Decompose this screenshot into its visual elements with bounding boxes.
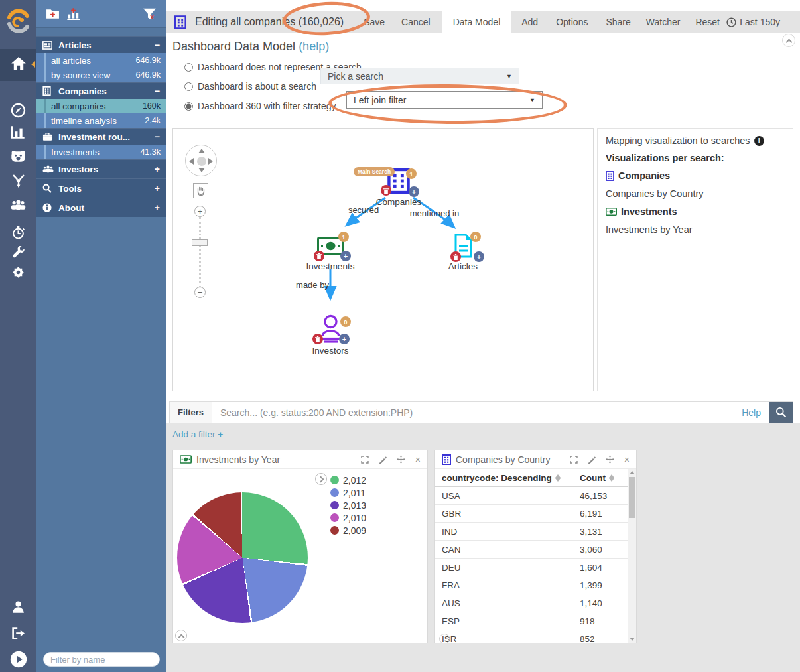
nav-section-tools[interactable]: Tools + (36, 178, 166, 198)
radio-about-search[interactable] (184, 82, 193, 91)
remove-node-button[interactable] (314, 251, 324, 261)
zoom-slider-handle[interactable] (192, 239, 208, 246)
remove-node-button[interactable] (450, 251, 461, 262)
filters-label[interactable]: Filters (170, 402, 212, 423)
table-row[interactable]: AUS1,140 (435, 594, 628, 612)
new-dashboard-icon[interactable] (66, 8, 81, 23)
management-gear-icon[interactable] (0, 265, 36, 279)
query-search-input[interactable] (212, 402, 742, 423)
table-row[interactable]: ISR852 (435, 630, 628, 643)
sentinl-bear-icon[interactable] (0, 150, 36, 163)
legend-item[interactable]: 2,009 (330, 524, 366, 537)
watcher-button[interactable]: Watcher (646, 17, 681, 27)
info-icon[interactable]: i (754, 136, 764, 146)
pan-right-icon[interactable] (208, 158, 213, 165)
add-a-filter-link[interactable]: Add a filter + (172, 429, 223, 439)
new-dashboard-group-icon[interactable] (46, 8, 60, 22)
section-toggle[interactable]: + (155, 202, 160, 213)
add-relation-button[interactable]: + (340, 251, 351, 261)
collapse-sidebar-arrow[interactable] (31, 61, 35, 68)
pick-a-search-select[interactable]: Pick a search ▼ (320, 68, 519, 84)
section-toggle[interactable]: − (155, 131, 160, 142)
nav-section-articles[interactable]: Articles − (36, 36, 166, 53)
add-relation-button[interactable]: + (409, 186, 419, 197)
search-submit-button[interactable] (769, 402, 793, 423)
scheduler-timer-icon[interactable] (0, 226, 36, 239)
share-button[interactable]: Share (606, 17, 630, 27)
zoom-slider-track[interactable] (199, 217, 201, 288)
nav-item-all-companies[interactable]: all companies 160k (36, 99, 166, 113)
column-header-count[interactable]: Count (580, 473, 614, 483)
pan-down-icon[interactable] (198, 168, 205, 172)
legend-expand-button[interactable] (315, 473, 327, 485)
fullscreen-icon[interactable] (361, 456, 369, 464)
section-toggle[interactable]: − (155, 86, 160, 96)
add-button[interactable]: Add (521, 17, 538, 27)
user-profile-icon[interactable] (0, 600, 36, 613)
pan-left-icon[interactable] (189, 158, 194, 165)
remove-all-filters-icon[interactable]: x (143, 8, 157, 23)
fullscreen-icon[interactable] (570, 456, 578, 464)
legend-item[interactable]: 2,011 (330, 486, 366, 499)
column-header-countrycode[interactable]: countrycode: Descending (442, 473, 552, 483)
legend-item[interactable]: 2,012 (330, 474, 366, 486)
nav-section-investment-rounds[interactable]: Investment rou... − (36, 128, 166, 145)
nav-section-investors[interactable]: Investors + (36, 159, 166, 178)
table-row[interactable]: GBR6,191 (435, 505, 628, 523)
table-row[interactable]: ESP918 (435, 612, 628, 630)
reset-button[interactable]: Reset (695, 17, 720, 27)
drag-mode-hand-button[interactable] (193, 183, 208, 198)
legend-item[interactable]: 2,013 (330, 499, 366, 511)
mapping-viz-investments-by-year[interactable]: Investments by Year (606, 224, 785, 235)
nav-item-all-articles[interactable]: all articles 646.9k (36, 53, 166, 68)
nav-section-about[interactable]: About + (36, 198, 166, 217)
access-control-users-icon[interactable] (0, 200, 36, 210)
add-relation-button[interactable]: + (339, 334, 350, 344)
scrollbar-thumb[interactable] (629, 477, 635, 518)
visualize-chart-icon[interactable] (0, 126, 36, 139)
cancel-button[interactable]: Cancel (401, 17, 431, 27)
collapse-data-model-button[interactable] (782, 34, 795, 47)
move-icon[interactable] (397, 455, 405, 464)
help-link[interactable]: (help) (299, 40, 329, 53)
filter-strategy-select[interactable]: Left join filter ▼ (346, 91, 543, 109)
section-toggle[interactable]: − (155, 40, 160, 50)
zoom-out-button[interactable]: − (194, 287, 206, 298)
dashboard-filter-input[interactable] (43, 652, 160, 667)
edit-pencil-icon[interactable] (588, 456, 596, 464)
tab-data-model[interactable]: Data Model (442, 11, 512, 33)
discover-compass-icon[interactable] (0, 103, 36, 118)
nav-item-by-source-view[interactable]: by source view 646.9k (36, 68, 166, 82)
add-relation-button[interactable]: + (474, 251, 484, 262)
legend-item[interactable]: 2,010 (330, 511, 366, 524)
graph-browser-icon[interactable] (0, 174, 36, 188)
radio-dashboard-360[interactable] (184, 102, 193, 111)
dev-tools-wrench-icon[interactable] (0, 246, 36, 259)
sort-icon[interactable] (609, 474, 614, 482)
pan-up-icon[interactable] (198, 149, 205, 153)
mapping-viz-companies-by-country[interactable]: Companies by Country (606, 188, 785, 199)
spy-panel-button[interactable] (175, 630, 187, 641)
section-toggle[interactable]: + (155, 183, 160, 194)
siren-logo[interactable] (3, 7, 33, 41)
section-toggle[interactable]: + (155, 164, 160, 174)
pie-chart[interactable] (177, 492, 308, 623)
remove-node-button[interactable] (312, 334, 323, 344)
close-icon[interactable]: × (624, 455, 630, 464)
scroll-up-icon[interactable] (630, 471, 635, 474)
options-button[interactable]: Options (556, 17, 588, 27)
move-icon[interactable] (606, 455, 614, 464)
edit-pencil-icon[interactable] (379, 456, 387, 464)
save-button[interactable]: Save (364, 17, 385, 27)
radio-no-search[interactable] (184, 63, 193, 72)
query-help-link[interactable]: Help (742, 407, 761, 418)
zoom-in-button[interactable]: + (194, 206, 206, 217)
time-range-picker[interactable]: Last 150y (726, 17, 780, 27)
table-row[interactable]: USA46,153 (435, 487, 628, 505)
spy-panel-button[interactable] (439, 634, 450, 643)
nav-item-investments[interactable]: Investments 41.3k (36, 145, 166, 159)
nav-section-companies[interactable]: Companies − (36, 82, 166, 99)
scroll-down-icon[interactable] (630, 638, 635, 641)
table-scrollbar[interactable] (628, 469, 636, 643)
play-help-icon[interactable] (0, 651, 36, 668)
